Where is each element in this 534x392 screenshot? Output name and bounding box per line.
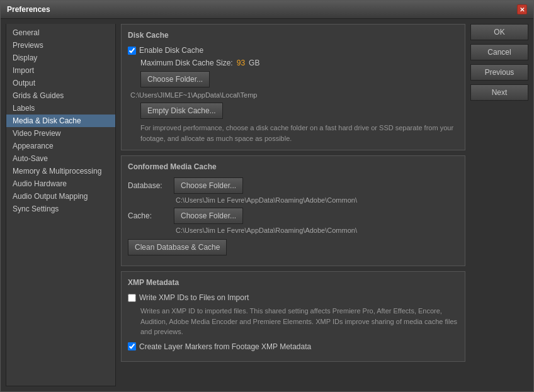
close-button[interactable]: ✕ — [517, 4, 527, 14]
sidebar-item-memory-multiprocessing[interactable]: Memory & Multiprocessing — [6, 165, 115, 177]
write-xmp-checkbox[interactable] — [128, 294, 136, 302]
preferences-dialog: Preferences ✕ General Previews Display I… — [0, 0, 534, 392]
dialog-body: General Previews Display Import Output G… — [1, 19, 533, 391]
write-xmp-info: Writes an XMP ID to imported files. This… — [140, 306, 458, 337]
write-xmp-row: Write XMP IDs to Files on Import — [128, 293, 458, 302]
choose-folder-button[interactable]: Choose Folder... — [140, 71, 210, 87]
max-disk-cache-row: Maximum Disk Cache Size: 93 GB — [140, 59, 458, 67]
conformed-media-title: Conformed Media Cache — [128, 162, 458, 171]
sidebar-item-general[interactable]: General — [6, 26, 115, 39]
enable-disk-cache-label[interactable]: Enable Disk Cache — [128, 46, 203, 55]
enable-disk-cache-checkbox[interactable] — [128, 47, 136, 55]
enable-disk-cache-row: Enable Disk Cache — [128, 46, 458, 55]
ok-button[interactable]: OK — [470, 24, 528, 40]
cache-row: Cache: Choose Folder... — [128, 208, 458, 224]
dialog-title: Preferences — [7, 5, 50, 14]
create-layer-row: Create Layer Markers from Footage XMP Me… — [128, 342, 458, 351]
sidebar-item-grids-guides[interactable]: Grids & Guides — [6, 89, 115, 102]
title-bar: Preferences ✕ — [1, 1, 533, 19]
disk-cache-info: For improved performance, choose a disk … — [140, 123, 458, 143]
cache-choose-folder-button[interactable]: Choose Folder... — [174, 208, 243, 224]
disk-cache-title: Disk Cache — [128, 31, 458, 40]
next-button[interactable]: Next — [470, 84, 528, 101]
create-layer-label[interactable]: Create Layer Markers from Footage XMP Me… — [128, 342, 311, 351]
sidebar-item-import[interactable]: Import — [6, 64, 115, 77]
sidebar-item-audio-hardware[interactable]: Audio Hardware — [6, 177, 115, 190]
database-label: Database: — [128, 181, 169, 190]
clean-database-cache-button[interactable]: Clean Database & Cache — [128, 239, 227, 255]
create-layer-checkbox[interactable] — [128, 342, 136, 350]
conformed-media-section: Conformed Media Cache Database: Choose F… — [121, 155, 465, 266]
sidebar-item-video-preview[interactable]: Video Preview — [6, 127, 115, 140]
cancel-button[interactable]: Cancel — [470, 44, 528, 60]
max-size-value: 93 — [237, 59, 245, 67]
disk-cache-section: Disk Cache Enable Disk Cache Maximum Dis… — [121, 24, 465, 150]
sidebar-item-auto-save[interactable]: Auto-Save — [6, 152, 115, 165]
sidebar-item-output[interactable]: Output — [6, 77, 115, 89]
choose-folder-row: Choose Folder... — [140, 71, 458, 87]
main-content: Disk Cache Enable Disk Cache Maximum Dis… — [116, 19, 470, 391]
empty-disk-cache-row: Empty Disk Cache... — [140, 103, 458, 119]
sidebar: General Previews Display Import Output G… — [6, 24, 116, 386]
cache-path: C:\Users\Jim Le Fevre\AppData\Roaming\Ad… — [176, 227, 458, 234]
sidebar-item-audio-output-mapping[interactable]: Audio Output Mapping — [6, 190, 115, 203]
sidebar-item-sync-settings[interactable]: Sync Settings — [6, 203, 115, 215]
sidebar-item-appearance[interactable]: Appearance — [6, 140, 115, 152]
sidebar-item-previews[interactable]: Previews — [6, 39, 115, 52]
empty-disk-cache-button[interactable]: Empty Disk Cache... — [140, 103, 223, 119]
disk-cache-path: C:\Users\JIMLEF~1\AppData\Local\Temp — [130, 91, 458, 99]
sidebar-item-display[interactable]: Display — [6, 52, 115, 64]
max-size-unit: GB — [249, 59, 259, 67]
right-buttons-panel: OK Cancel Previous Next — [470, 19, 533, 391]
sidebar-item-media-disk-cache[interactable]: Media & Disk Cache — [6, 115, 115, 127]
xmp-metadata-title: XMP Metadata — [128, 278, 458, 287]
database-row: Database: Choose Folder... — [128, 177, 458, 194]
cache-label: Cache: — [128, 211, 169, 220]
sidebar-item-labels[interactable]: Labels — [6, 102, 115, 115]
previous-button[interactable]: Previous — [470, 64, 528, 81]
max-size-label: Maximum Disk Cache Size: — [140, 59, 233, 67]
database-choose-folder-button[interactable]: Choose Folder... — [174, 177, 243, 194]
xmp-metadata-section: XMP Metadata Write XMP IDs to Files on I… — [121, 271, 465, 362]
clean-db-cache-row: Clean Database & Cache — [128, 239, 458, 255]
write-xmp-label[interactable]: Write XMP IDs to Files on Import — [128, 293, 249, 302]
database-path: C:\Users\Jim Le Fevre\AppData\Roaming\Ad… — [176, 196, 458, 204]
